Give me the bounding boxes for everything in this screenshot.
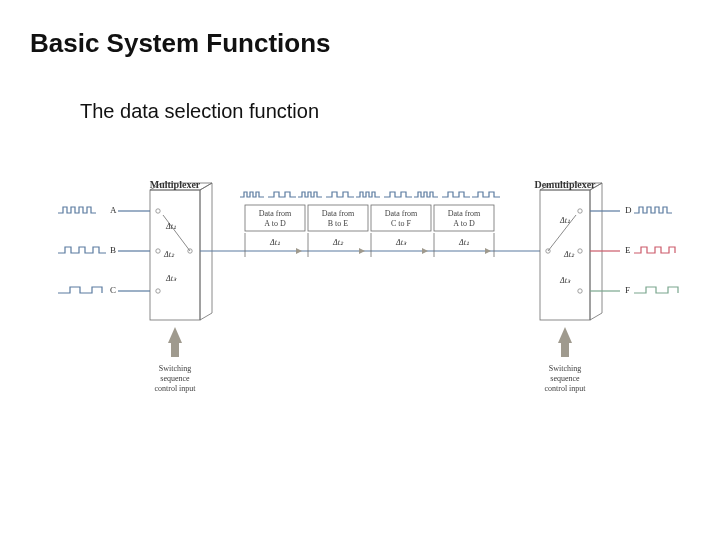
svg-marker-24 bbox=[485, 248, 491, 254]
demux-output-waves: D E F bbox=[590, 205, 678, 295]
seg4-l2: A to D bbox=[453, 219, 475, 228]
mux-ctrl-l2: sequence bbox=[160, 374, 190, 383]
input-B-label: B bbox=[110, 245, 116, 255]
mux-demux-diagram: Multiplexer A B C bbox=[40, 175, 680, 405]
output-E-label: E bbox=[625, 245, 631, 255]
segment-2: Data from B to E Δt₂ bbox=[308, 205, 368, 257]
mux-ctrl-l1: Switching bbox=[159, 364, 191, 373]
svg-line-10 bbox=[163, 215, 190, 251]
mux-dt3: Δt₃ bbox=[165, 274, 177, 283]
seg1-dt: Δt₁ bbox=[269, 238, 280, 247]
svg-marker-21 bbox=[422, 248, 428, 254]
demux-dt2: Δt₂ bbox=[563, 250, 575, 259]
demux-ctrl-l2: sequence bbox=[550, 374, 580, 383]
demux-label: Demultiplexer bbox=[534, 179, 596, 190]
svg-marker-15 bbox=[296, 248, 302, 254]
seg2-l1: Data from bbox=[322, 209, 355, 218]
slide-title: Basic System Functions bbox=[30, 28, 331, 59]
mux-control-arrow: Switching sequence control input bbox=[154, 327, 196, 393]
seg2-l2: B to E bbox=[328, 219, 349, 228]
svg-point-33 bbox=[578, 289, 582, 293]
output-F-label: F bbox=[625, 285, 630, 295]
svg-point-7 bbox=[156, 249, 160, 253]
demux-switch: Δt₁ Δt₂ Δt₃ bbox=[546, 209, 582, 293]
svg-point-31 bbox=[578, 209, 582, 213]
seg4-l1: Data from bbox=[448, 209, 481, 218]
demux-ctrl-l1: Switching bbox=[549, 364, 581, 373]
mux-input-waves: A B C bbox=[58, 205, 150, 295]
demux-ctrl-l3: control input bbox=[544, 384, 586, 393]
svg-marker-18 bbox=[359, 248, 365, 254]
segment-4: Data from A to D Δt₁ bbox=[434, 205, 494, 257]
mux-dt2: Δt₂ bbox=[163, 250, 175, 259]
input-A-label: A bbox=[110, 205, 117, 215]
seg1-l2: A to D bbox=[264, 219, 286, 228]
svg-rect-39 bbox=[561, 343, 569, 357]
demux-control-arrow: Switching sequence control input bbox=[544, 327, 586, 393]
svg-point-8 bbox=[156, 289, 160, 293]
mux-ctrl-l3: control input bbox=[154, 384, 196, 393]
seg3-l2: C to F bbox=[391, 219, 412, 228]
mux-dt1: Δt₁ bbox=[165, 222, 176, 231]
seg2-dt: Δt₂ bbox=[332, 238, 344, 247]
slide-subtitle: The data selection function bbox=[80, 100, 319, 123]
seg3-l1: Data from bbox=[385, 209, 418, 218]
svg-marker-38 bbox=[558, 327, 572, 343]
demux-dt1: Δt₁ bbox=[559, 216, 570, 225]
serial-waveform bbox=[240, 192, 500, 197]
mux-switch: Δt₁ Δt₂ Δt₃ bbox=[156, 209, 192, 293]
seg4-dt: Δt₁ bbox=[458, 238, 469, 247]
svg-rect-12 bbox=[171, 343, 179, 357]
seg1-l1: Data from bbox=[259, 209, 292, 218]
input-C-label: C bbox=[110, 285, 116, 295]
segment-3: Data from C to F Δt₃ bbox=[371, 205, 431, 257]
demux-dt3: Δt₃ bbox=[559, 276, 571, 285]
svg-point-6 bbox=[156, 209, 160, 213]
svg-point-32 bbox=[578, 249, 582, 253]
mux-label: Multiplexer bbox=[150, 179, 201, 190]
svg-marker-11 bbox=[168, 327, 182, 343]
seg3-dt: Δt₃ bbox=[395, 238, 407, 247]
output-D-label: D bbox=[625, 205, 632, 215]
segment-1: Data from A to D Δt₁ bbox=[245, 205, 305, 257]
